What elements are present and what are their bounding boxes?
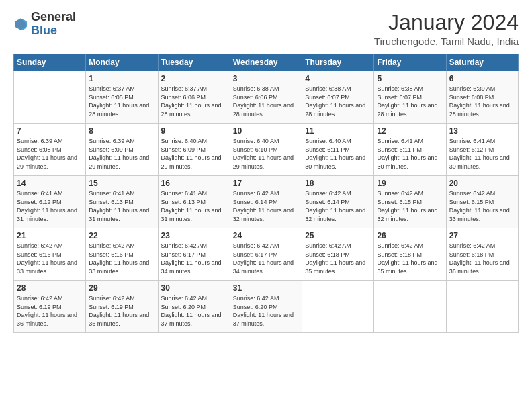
day-number: 22	[89, 231, 154, 240]
calendar-cell: 9Sunrise: 6:40 AMSunset: 6:09 PMDaylight…	[158, 124, 230, 176]
calendar-cell: 17Sunrise: 6:42 AMSunset: 6:14 PMDayligh…	[230, 176, 302, 228]
calendar-cell: 10Sunrise: 6:40 AMSunset: 6:10 PMDayligh…	[230, 124, 302, 176]
day-number: 10	[233, 126, 299, 136]
day-number: 20	[449, 179, 515, 188]
calendar-cell: 8Sunrise: 6:39 AMSunset: 6:09 PMDaylight…	[86, 124, 158, 176]
calendar-cell: 30Sunrise: 6:42 AMSunset: 6:20 PMDayligh…	[158, 281, 230, 333]
cell-info: Sunrise: 6:38 AMSunset: 6:07 PMDaylight:…	[305, 85, 365, 118]
calendar-table: SundayMondayTuesdayWednesdayThursdayFrid…	[13, 54, 519, 333]
day-number: 25	[305, 231, 371, 240]
cell-info: Sunrise: 6:37 AMSunset: 6:06 PMDaylight:…	[161, 85, 222, 118]
week-row-4: 21Sunrise: 6:42 AMSunset: 6:16 PMDayligh…	[14, 228, 519, 281]
day-number: 8	[89, 126, 154, 136]
cell-info: Sunrise: 6:42 AMSunset: 6:19 PMDaylight:…	[17, 295, 77, 327]
cell-info: Sunrise: 6:42 AMSunset: 6:18 PMDaylight:…	[449, 242, 510, 275]
cell-info: Sunrise: 6:37 AMSunset: 6:05 PMDaylight:…	[89, 85, 149, 118]
cell-info: Sunrise: 6:42 AMSunset: 6:18 PMDaylight:…	[305, 242, 365, 275]
week-row-3: 14Sunrise: 6:41 AMSunset: 6:12 PMDayligh…	[14, 176, 519, 228]
logo-icon	[13, 17, 28, 32]
col-header-monday: Monday	[86, 54, 158, 71]
cell-info: Sunrise: 6:40 AMSunset: 6:09 PMDaylight:…	[161, 138, 222, 170]
day-number: 29	[89, 283, 154, 293]
day-number: 17	[233, 179, 299, 188]
day-number: 24	[233, 231, 299, 240]
calendar-cell: 22Sunrise: 6:42 AMSunset: 6:16 PMDayligh…	[86, 228, 158, 281]
header-row: SundayMondayTuesdayWednesdayThursdayFrid…	[14, 54, 519, 71]
col-header-wednesday: Wednesday	[230, 54, 302, 71]
day-number: 3	[233, 74, 299, 83]
calendar-cell: 6Sunrise: 6:39 AMSunset: 6:08 PMDaylight…	[446, 71, 518, 124]
calendar-cell: 31Sunrise: 6:42 AMSunset: 6:20 PMDayligh…	[230, 281, 302, 333]
cell-info: Sunrise: 6:38 AMSunset: 6:07 PMDaylight:…	[377, 85, 437, 118]
calendar-cell: 4Sunrise: 6:38 AMSunset: 6:07 PMDaylight…	[302, 71, 374, 124]
logo-general: General	[31, 11, 76, 24]
cell-info: Sunrise: 6:41 AMSunset: 6:12 PMDaylight:…	[17, 190, 77, 222]
col-header-friday: Friday	[374, 54, 446, 71]
cell-info: Sunrise: 6:39 AMSunset: 6:08 PMDaylight:…	[17, 138, 77, 170]
day-number: 26	[377, 231, 443, 240]
day-number: 21	[17, 231, 83, 240]
calendar-cell: 23Sunrise: 6:42 AMSunset: 6:17 PMDayligh…	[158, 228, 230, 281]
calendar-cell: 11Sunrise: 6:40 AMSunset: 6:11 PMDayligh…	[302, 124, 374, 176]
day-number: 9	[161, 126, 227, 136]
day-number: 30	[161, 283, 227, 293]
cell-info: Sunrise: 6:42 AMSunset: 6:20 PMDaylight:…	[233, 295, 294, 327]
cell-info: Sunrise: 6:42 AMSunset: 6:14 PMDaylight:…	[233, 190, 294, 222]
calendar-cell: 24Sunrise: 6:42 AMSunset: 6:17 PMDayligh…	[230, 228, 302, 281]
calendar-cell	[14, 71, 86, 124]
day-number: 2	[161, 74, 227, 83]
calendar-cell: 26Sunrise: 6:42 AMSunset: 6:18 PMDayligh…	[374, 228, 446, 281]
cell-info: Sunrise: 6:42 AMSunset: 6:20 PMDaylight:…	[161, 295, 222, 327]
calendar-cell: 21Sunrise: 6:42 AMSunset: 6:16 PMDayligh…	[14, 228, 86, 281]
day-number: 4	[305, 74, 371, 83]
cell-info: Sunrise: 6:42 AMSunset: 6:17 PMDaylight:…	[233, 242, 294, 275]
day-number: 18	[305, 179, 371, 188]
calendar-cell: 18Sunrise: 6:42 AMSunset: 6:14 PMDayligh…	[302, 176, 374, 228]
week-row-2: 7Sunrise: 6:39 AMSunset: 6:08 PMDaylight…	[14, 124, 519, 176]
calendar-cell: 2Sunrise: 6:37 AMSunset: 6:06 PMDaylight…	[158, 71, 230, 124]
day-number: 7	[17, 126, 83, 136]
logo: General Blue	[13, 11, 76, 38]
calendar-cell: 29Sunrise: 6:42 AMSunset: 6:19 PMDayligh…	[86, 281, 158, 333]
cell-info: Sunrise: 6:42 AMSunset: 6:16 PMDaylight:…	[17, 242, 77, 275]
calendar-cell	[302, 281, 374, 333]
cell-info: Sunrise: 6:42 AMSunset: 6:17 PMDaylight:…	[161, 242, 222, 275]
calendar-cell: 7Sunrise: 6:39 AMSunset: 6:08 PMDaylight…	[14, 124, 86, 176]
title-block: January 2024 Tiruchengode, Tamil Nadu, I…	[374, 11, 519, 47]
cell-info: Sunrise: 6:38 AMSunset: 6:06 PMDaylight:…	[233, 85, 294, 118]
cell-info: Sunrise: 6:42 AMSunset: 6:14 PMDaylight:…	[305, 190, 365, 222]
cell-info: Sunrise: 6:42 AMSunset: 6:18 PMDaylight:…	[377, 242, 437, 275]
col-header-saturday: Saturday	[446, 54, 518, 71]
col-header-tuesday: Tuesday	[158, 54, 230, 71]
cell-info: Sunrise: 6:42 AMSunset: 6:15 PMDaylight:…	[377, 190, 437, 222]
calendar-cell: 13Sunrise: 6:41 AMSunset: 6:12 PMDayligh…	[446, 124, 518, 176]
day-number: 19	[377, 179, 443, 188]
week-row-1: 1Sunrise: 6:37 AMSunset: 6:05 PMDaylight…	[14, 71, 519, 124]
day-number: 1	[89, 74, 154, 83]
calendar-cell: 5Sunrise: 6:38 AMSunset: 6:07 PMDaylight…	[374, 71, 446, 124]
calendar-cell: 27Sunrise: 6:42 AMSunset: 6:18 PMDayligh…	[446, 228, 518, 281]
day-number: 14	[17, 179, 83, 188]
cell-info: Sunrise: 6:42 AMSunset: 6:19 PMDaylight:…	[89, 295, 149, 327]
cell-info: Sunrise: 6:40 AMSunset: 6:11 PMDaylight:…	[305, 138, 365, 170]
day-number: 15	[89, 179, 154, 188]
calendar-cell: 14Sunrise: 6:41 AMSunset: 6:12 PMDayligh…	[14, 176, 86, 228]
day-number: 23	[161, 231, 227, 240]
cell-info: Sunrise: 6:41 AMSunset: 6:12 PMDaylight:…	[449, 138, 510, 170]
calendar-cell: 19Sunrise: 6:42 AMSunset: 6:15 PMDayligh…	[374, 176, 446, 228]
day-number: 16	[161, 179, 227, 188]
calendar-cell: 28Sunrise: 6:42 AMSunset: 6:19 PMDayligh…	[14, 281, 86, 333]
day-number: 13	[449, 126, 515, 136]
day-number: 28	[17, 283, 83, 293]
page: General Blue January 2024 Tiruchengode, …	[0, 0, 532, 411]
cell-info: Sunrise: 6:39 AMSunset: 6:08 PMDaylight:…	[449, 85, 510, 118]
calendar-cell	[446, 281, 518, 333]
cell-info: Sunrise: 6:40 AMSunset: 6:10 PMDaylight:…	[233, 138, 294, 170]
calendar-cell: 16Sunrise: 6:41 AMSunset: 6:13 PMDayligh…	[158, 176, 230, 228]
calendar-cell: 3Sunrise: 6:38 AMSunset: 6:06 PMDaylight…	[230, 71, 302, 124]
calendar-cell	[374, 281, 446, 333]
logo-text: General Blue	[31, 11, 76, 38]
cell-info: Sunrise: 6:41 AMSunset: 6:13 PMDaylight:…	[89, 190, 149, 222]
day-number: 11	[305, 126, 371, 136]
col-header-thursday: Thursday	[302, 54, 374, 71]
